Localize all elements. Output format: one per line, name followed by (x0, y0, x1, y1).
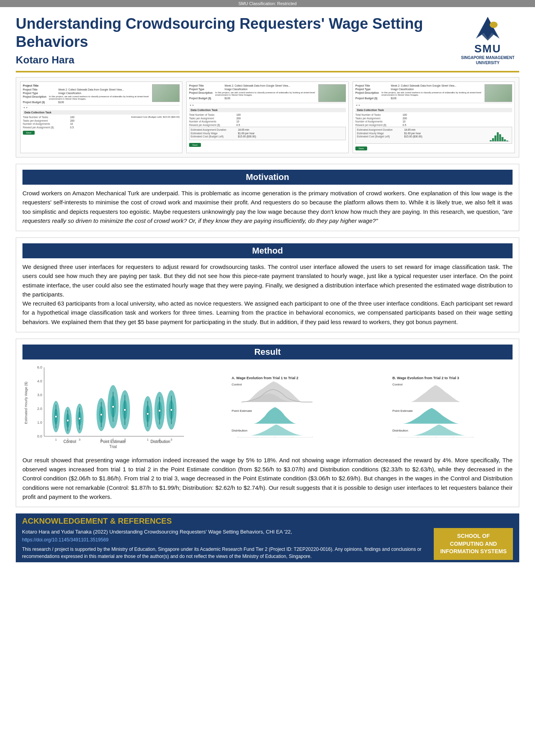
svg-text:3: 3 (124, 438, 126, 441)
wave-chart-a: A. Wage Evolution from Trial 1 to Trial … (194, 374, 513, 439)
screenshot-control: Project Title Project TitleWeek 2: Colle… (20, 82, 182, 153)
svg-point-41 (67, 419, 69, 422)
logo-sub-text: SINGAPORE MANAGEMENTUNIVERSITY (461, 55, 515, 65)
svg-point-49 (100, 413, 102, 416)
svg-point-69 (170, 409, 173, 411)
result-text: Our result showed that presenting wage i… (22, 456, 513, 501)
ack-text-area: Kotaro Hara and Yudai Tanaka (2022) Unde… (22, 528, 430, 560)
motivation-italic: "are requesters really so driven to mini… (22, 208, 513, 224)
screenshots-section: Project Title Project TitleWeek 2: Colle… (16, 77, 519, 158)
ack-support-text: This research / project is supported by … (22, 546, 430, 560)
svg-rect-4 (492, 138, 494, 141)
svg-text:2: 2 (67, 438, 69, 441)
smu-bird-logo (472, 15, 503, 43)
result-header: Result (22, 345, 513, 359)
svg-point-37 (55, 415, 57, 418)
svg-point-57 (124, 409, 126, 411)
svg-text:3.0: 3.0 (37, 393, 42, 397)
svg-rect-6 (497, 132, 499, 141)
classification-bar: SMU Classification: Restricted (0, 0, 535, 7)
ack-doi-link[interactable]: https://doi.org/10.1145/3491101.3519569 (22, 537, 109, 543)
svg-text:Distribution: Distribution (232, 429, 247, 432)
gold-divider (16, 71, 519, 72)
logo-area: SMU SINGAPORE MANAGEMENTUNIVERSITY (456, 15, 519, 65)
svg-text:2.0: 2.0 (37, 407, 42, 411)
motivation-section: Motivation Crowd workers on Amazon Mecha… (16, 164, 519, 231)
main-title: Understanding Crowdsourcing Requesters' … (16, 15, 456, 51)
svg-text:3: 3 (171, 438, 173, 441)
svg-text:6.0: 6.0 (37, 365, 42, 369)
ack-reference: Kotaro Hara and Yudai Tanaka (2022) Unde… (22, 528, 430, 543)
method-header: Method (22, 243, 513, 258)
screenshot-distribution: Project TitleWeek 2: Collect Sidewalk Da… (353, 82, 515, 153)
author-name: Kotaro Hara (16, 54, 456, 66)
svg-text:Control: Control (232, 383, 242, 386)
ack-title: ACKNOWLEDGEMENT & REFERENCES (22, 517, 513, 526)
svg-text:Point Estimate: Point Estimate (392, 409, 413, 413)
svg-text:3: 3 (79, 438, 81, 441)
ack-ref-text: Kotaro Hara and Yudai Tanaka (2022) Unde… (22, 529, 292, 535)
ack-body: Kotaro Hara and Yudai Tanaka (2022) Unde… (22, 528, 513, 560)
acknowledgement-section: ACKNOWLEDGEMENT & REFERENCES Kotaro Hara… (16, 513, 519, 562)
svg-rect-10 (506, 141, 508, 141)
svg-point-53 (112, 406, 114, 408)
svg-text:Distribution: Distribution (392, 429, 408, 432)
svg-text:1: 1 (55, 438, 57, 441)
svg-text:Control: Control (63, 439, 76, 444)
svg-text:B. Wage Evolution from Trial 2: B. Wage Evolution from Trial 2 to Trial … (392, 376, 459, 380)
ack-school-label: SCHOOL OFCOMPUTING ANDINFORMATION SYSTEM… (434, 528, 513, 560)
svg-point-65 (158, 410, 161, 412)
svg-point-61 (147, 413, 149, 415)
poster: SMU Classification: Restricted Understan… (0, 0, 535, 756)
svg-text:Trial: Trial (109, 445, 117, 449)
svg-text:1: 1 (100, 438, 102, 441)
header-left: Understanding Crowdsourcing Requesters' … (16, 15, 456, 66)
svg-text:1: 1 (147, 438, 149, 441)
method-title: Method (252, 246, 283, 256)
logo-smu-text: SMU (474, 43, 501, 55)
svg-text:Estimated Hourly Wage ($): Estimated Hourly Wage ($) (24, 382, 28, 424)
svg-rect-7 (499, 134, 501, 141)
svg-text:A. Wage Evolution from Trial 1: A. Wage Evolution from Trial 1 to Trial … (232, 376, 298, 380)
svg-rect-3 (490, 140, 492, 141)
screenshot-point-estimate: Project TitleWeek 2: Collect Sidewalk Da… (186, 82, 349, 153)
header: Understanding Crowdsourcing Requesters' … (16, 15, 519, 66)
svg-text:4.0: 4.0 (37, 379, 42, 383)
svg-point-45 (78, 417, 81, 420)
svg-text:Control: Control (392, 383, 403, 386)
svg-point-2 (490, 22, 498, 28)
method-text: We designed three user interfaces for re… (22, 262, 513, 326)
result-title: Result (254, 347, 281, 357)
svg-rect-8 (502, 137, 503, 141)
svg-text:2: 2 (159, 438, 161, 441)
motivation-text: Crowd workers on Amazon Mechanical Turk … (22, 189, 513, 225)
motivation-title: Motivation (246, 172, 289, 182)
motivation-header: Motivation (22, 170, 513, 185)
svg-text:1.0: 1.0 (37, 421, 42, 424)
svg-text:Point Estimate: Point Estimate (232, 409, 252, 413)
svg-text:2: 2 (112, 438, 114, 441)
result-charts: 0.0 1.0 2.0 3.0 4.0 6.0 Estimated Hourly… (22, 363, 513, 450)
svg-rect-9 (504, 139, 506, 141)
svg-rect-5 (494, 135, 496, 141)
classification-text: SMU Classification: Restricted (238, 1, 297, 6)
svg-text:0.0: 0.0 (37, 434, 42, 438)
result-section: Result 0.0 1.0 2.0 3.0 4.0 6.0 (16, 339, 519, 507)
method-section: Method We designed three user interfaces… (16, 237, 519, 332)
violin-chart: 0.0 1.0 2.0 3.0 4.0 6.0 Estimated Hourly… (22, 363, 188, 450)
wave-charts: A. Wage Evolution from Trial 1 to Trial … (194, 374, 513, 439)
